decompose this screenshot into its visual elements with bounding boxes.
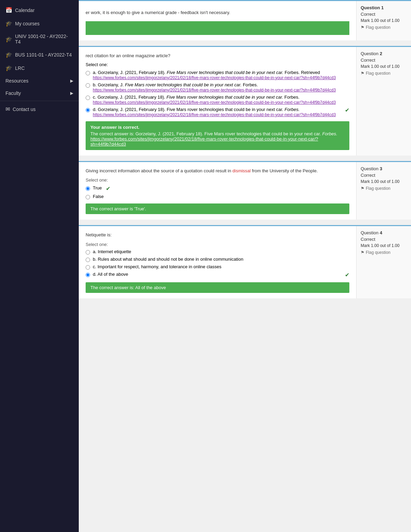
q3-options: True ✔ False (86, 185, 349, 199)
flag-icon-4: ⚑ (361, 250, 364, 255)
sidebar-item-lrc[interactable]: 🎓 LRC (0, 61, 79, 75)
q2-partial-text: rect citation for an online magazine art… (86, 53, 170, 58)
select-one-label-3: Select one: (86, 177, 349, 183)
sidebar-item-label: Contact us (13, 107, 36, 112)
sidebar-item-label: Faculty (5, 90, 21, 96)
q2-link-a[interactable]: https://www.forbes.com/sites/jimgorzelan… (93, 75, 336, 80)
question-4-text: Netiquette is: (86, 232, 349, 238)
q2-link-d[interactable]: https://www.forbes.com/sites/jimgorzelan… (93, 112, 336, 117)
q2-link-b[interactable]: https://www.forbes.com/sites/jimgorzelan… (93, 88, 336, 92)
sidebar-item-label: BUS 1101-01 - AY2022-T4 (15, 52, 72, 58)
main-content: er work, it is enough to give a numerica… (79, 0, 411, 532)
q2-option-d: d. Gorzelany, J. (2021, February 18). Fi… (86, 107, 349, 117)
question-2-number: Question 2 (361, 51, 407, 56)
question-block-3: Giving incorrect information about the s… (79, 161, 411, 220)
select-one-label-2: Select one: (86, 62, 349, 67)
sidebar-item-contact[interactable]: ✉ Contact us (0, 102, 79, 116)
sidebar-item-label: Resources (5, 78, 28, 84)
sidebar-item-resources[interactable]: Resources ▶ (0, 75, 79, 87)
sidebar-item-faculty[interactable]: Faculty ▶ (0, 87, 79, 99)
q3-option-false: False (86, 194, 349, 199)
q3-false-label: False (93, 194, 104, 199)
question-4-panel: Question 4 Correct Mark 1.00 out of 1.00… (356, 226, 411, 298)
q4-option-a-text: a. Internet etiquette (93, 249, 131, 254)
q4-option-b: b. Rules about what should and should no… (86, 257, 349, 262)
q3-feedback-text: The correct answer is 'True'. (90, 206, 146, 211)
q2-feedback-body: The correct answer is: Gorzelany, J. (20… (90, 131, 345, 147)
q3-highlight: dismissal (233, 168, 251, 173)
q4-radio-d[interactable] (86, 273, 90, 277)
q2-radio-b[interactable] (86, 83, 90, 88)
question-4-body: Netiquette is: Select one: a. Internet e… (79, 226, 356, 298)
q4-option-d-text: d. All of the above (93, 272, 341, 277)
courses-icon: 🎓 (5, 20, 12, 27)
select-one-label-4: Select one: (86, 242, 349, 247)
q4-radio-c[interactable] (86, 265, 90, 270)
q3-true-checkmark: ✔ (106, 185, 110, 192)
sidebar-item-univ[interactable]: 🎓 UNIV 1001-02 - AY2022-T4 (0, 30, 79, 48)
q4-option-c-text: c. Important for respect, harmony, and t… (93, 264, 222, 269)
question-4-status: Correct (361, 237, 407, 242)
q2-option-a: a. Gorzelany, J. (2021, February 18). Fi… (86, 70, 349, 80)
question-1-panel: Question 1 Correct Mark 1.00 out of 1.00… (356, 1, 411, 40)
q2-radio-a[interactable] (86, 71, 90, 75)
question-2-mark: Mark 1.00 out of 1.00 (361, 64, 407, 69)
sidebar-item-calendar[interactable]: 📅 Calendar (0, 3, 79, 17)
q2-link-c[interactable]: https://www.forbes.com/sites/jimgorzelan… (93, 100, 336, 105)
q2-option-a-text: a. Gorzelany, J. (2021, February 18). Fi… (93, 70, 336, 80)
divider (0, 101, 79, 101)
course-icon-2: 🎓 (5, 51, 12, 58)
lrc-icon: 🎓 (5, 65, 12, 71)
q3-radio-false[interactable] (86, 195, 90, 199)
q4-correct-checkmark: ✔ (345, 272, 349, 278)
q2-feedback-link[interactable]: https://www.forbes.com/sites/jimgorzelan… (90, 136, 318, 147)
q2-feedback-title: Your answer is correct. (90, 125, 345, 130)
q2-feedback: Your answer is correct. The correct answ… (86, 121, 349, 150)
question-3-status: Correct (361, 173, 407, 178)
q3-true-label: True (93, 185, 102, 190)
question-2-status: Correct (361, 58, 407, 63)
q4-radio-b[interactable] (86, 258, 90, 262)
sidebar-item-label: My courses (15, 21, 40, 26)
q2-option-c: c. Gorzelany, J. (2021, February 18). Fi… (86, 95, 349, 105)
chevron-right-icon-2: ▶ (70, 91, 73, 96)
q3-option-true: True ✔ (86, 185, 349, 192)
contact-icon: ✉ (5, 106, 10, 112)
q2-option-b-text: b. Gorzelany, J. Five Mars rover technol… (93, 82, 349, 92)
question-1-mark: Mark 1.00 out of 1.00 (361, 18, 407, 23)
q4-option-b-text: b. Rules about what should and should no… (93, 257, 243, 262)
question-block-4: Netiquette is: Select one: a. Internet e… (79, 225, 411, 298)
flag-icon-3: ⚑ (361, 186, 364, 191)
q2-radio-c[interactable] (86, 96, 90, 100)
calendar-icon: 📅 (5, 7, 12, 13)
q4-feedback-text: The correct answer is: All of the above (90, 285, 166, 290)
q2-radio-d[interactable] (86, 108, 90, 112)
sidebar: 📅 Calendar 🎓 My courses 🎓 UNIV 1001-02 -… (0, 0, 79, 532)
q3-feedback: The correct answer is 'True'. (86, 203, 349, 214)
course-icon: 🎓 (5, 36, 12, 42)
sidebar-item-my-courses[interactable]: 🎓 My courses (0, 17, 79, 30)
q3-radio-true[interactable] (86, 186, 90, 191)
flag-question-3[interactable]: ⚑ Flag question (361, 186, 407, 191)
question-block-1: er work, it is enough to give a numerica… (79, 0, 411, 40)
chevron-right-icon: ▶ (70, 78, 73, 83)
q4-option-c: c. Important for respect, harmony, and t… (86, 264, 349, 270)
q4-option-a: a. Internet etiquette (86, 249, 349, 255)
q4-radio-a[interactable] (86, 250, 90, 255)
q1-green-bar (86, 21, 349, 35)
question-1-body: er work, it is enough to give a numerica… (79, 1, 356, 40)
flag-question-2[interactable]: ⚑ Flag question (361, 71, 407, 76)
question-block-2: rect citation for an online magazine art… (79, 46, 411, 156)
q4-feedback: The correct answer is: All of the above (86, 282, 349, 293)
question-1-number: Question 1 (361, 5, 407, 10)
question-2-text: rect citation for an online magazine art… (86, 52, 349, 59)
q2-option-b: b. Gorzelany, J. Five Mars rover technol… (86, 82, 349, 92)
q2-correct-checkmark: ✔ (345, 107, 349, 113)
flag-question-4[interactable]: ⚑ Flag question (361, 250, 407, 255)
q1-text: er work, it is enough to give a numerica… (86, 10, 230, 15)
q4-option-d: d. All of the above ✔ (86, 272, 349, 278)
flag-icon-2: ⚑ (361, 71, 364, 76)
flag-question-1[interactable]: ⚑ Flag question (361, 25, 407, 30)
question-4-mark: Mark 1.00 out of 1.00 (361, 243, 407, 248)
sidebar-item-bus[interactable]: 🎓 BUS 1101-01 - AY2022-T4 (0, 48, 79, 61)
